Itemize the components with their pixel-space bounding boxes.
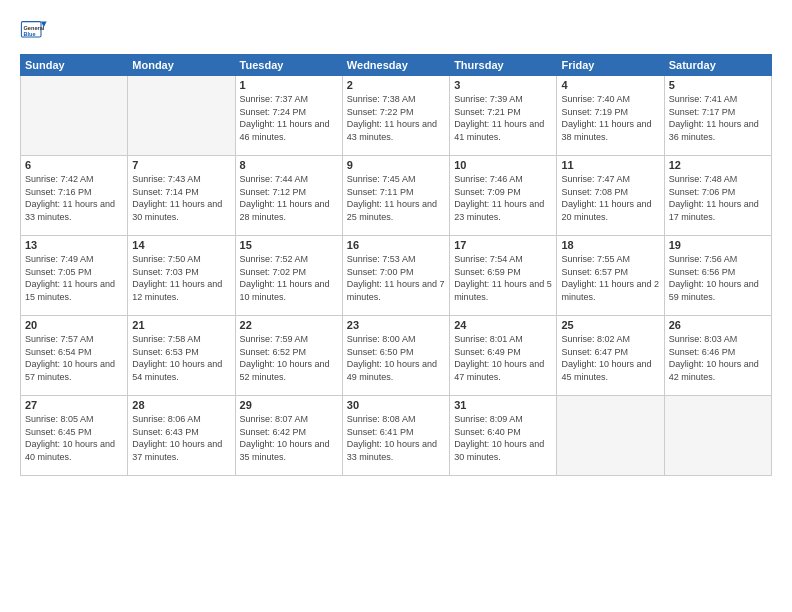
day-number: 21: [132, 319, 230, 331]
day-info: Sunrise: 7:55 AM Sunset: 6:57 PM Dayligh…: [561, 253, 659, 303]
day-info: Sunrise: 7:59 AM Sunset: 6:52 PM Dayligh…: [240, 333, 338, 383]
calendar-cell: 22Sunrise: 7:59 AM Sunset: 6:52 PM Dayli…: [235, 316, 342, 396]
calendar-table: SundayMondayTuesdayWednesdayThursdayFrid…: [20, 54, 772, 476]
day-info: Sunrise: 7:54 AM Sunset: 6:59 PM Dayligh…: [454, 253, 552, 303]
calendar-page: General Blue SundayMondayTuesdayWednesda…: [0, 0, 792, 612]
header-cell-monday: Monday: [128, 55, 235, 76]
day-info: Sunrise: 7:53 AM Sunset: 7:00 PM Dayligh…: [347, 253, 445, 303]
calendar-week-row: 20Sunrise: 7:57 AM Sunset: 6:54 PM Dayli…: [21, 316, 772, 396]
day-number: 1: [240, 79, 338, 91]
header-cell-thursday: Thursday: [450, 55, 557, 76]
calendar-cell: 8Sunrise: 7:44 AM Sunset: 7:12 PM Daylig…: [235, 156, 342, 236]
day-info: Sunrise: 7:45 AM Sunset: 7:11 PM Dayligh…: [347, 173, 445, 223]
calendar-cell: 9Sunrise: 7:45 AM Sunset: 7:11 PM Daylig…: [342, 156, 449, 236]
day-number: 6: [25, 159, 123, 171]
calendar-cell: 3Sunrise: 7:39 AM Sunset: 7:21 PM Daylig…: [450, 76, 557, 156]
day-number: 7: [132, 159, 230, 171]
day-info: Sunrise: 8:05 AM Sunset: 6:45 PM Dayligh…: [25, 413, 123, 463]
day-info: Sunrise: 8:08 AM Sunset: 6:41 PM Dayligh…: [347, 413, 445, 463]
day-info: Sunrise: 8:06 AM Sunset: 6:43 PM Dayligh…: [132, 413, 230, 463]
header-cell-friday: Friday: [557, 55, 664, 76]
calendar-cell: 23Sunrise: 8:00 AM Sunset: 6:50 PM Dayli…: [342, 316, 449, 396]
calendar-cell: 29Sunrise: 8:07 AM Sunset: 6:42 PM Dayli…: [235, 396, 342, 476]
calendar-cell: 30Sunrise: 8:08 AM Sunset: 6:41 PM Dayli…: [342, 396, 449, 476]
calendar-week-row: 1Sunrise: 7:37 AM Sunset: 7:24 PM Daylig…: [21, 76, 772, 156]
day-number: 27: [25, 399, 123, 411]
calendar-cell: 6Sunrise: 7:42 AM Sunset: 7:16 PM Daylig…: [21, 156, 128, 236]
day-number: 2: [347, 79, 445, 91]
calendar-cell: 21Sunrise: 7:58 AM Sunset: 6:53 PM Dayli…: [128, 316, 235, 396]
day-number: 9: [347, 159, 445, 171]
calendar-cell: 26Sunrise: 8:03 AM Sunset: 6:46 PM Dayli…: [664, 316, 771, 396]
day-number: 19: [669, 239, 767, 251]
day-info: Sunrise: 7:42 AM Sunset: 7:16 PM Dayligh…: [25, 173, 123, 223]
logo: General Blue: [20, 16, 48, 44]
calendar-cell: 24Sunrise: 8:01 AM Sunset: 6:49 PM Dayli…: [450, 316, 557, 396]
day-number: 14: [132, 239, 230, 251]
calendar-cell: 10Sunrise: 7:46 AM Sunset: 7:09 PM Dayli…: [450, 156, 557, 236]
calendar-cell: 20Sunrise: 7:57 AM Sunset: 6:54 PM Dayli…: [21, 316, 128, 396]
day-info: Sunrise: 7:38 AM Sunset: 7:22 PM Dayligh…: [347, 93, 445, 143]
day-info: Sunrise: 7:39 AM Sunset: 7:21 PM Dayligh…: [454, 93, 552, 143]
header-cell-saturday: Saturday: [664, 55, 771, 76]
day-info: Sunrise: 8:07 AM Sunset: 6:42 PM Dayligh…: [240, 413, 338, 463]
day-info: Sunrise: 7:57 AM Sunset: 6:54 PM Dayligh…: [25, 333, 123, 383]
day-info: Sunrise: 8:09 AM Sunset: 6:40 PM Dayligh…: [454, 413, 552, 463]
calendar-cell: 15Sunrise: 7:52 AM Sunset: 7:02 PM Dayli…: [235, 236, 342, 316]
day-number: 10: [454, 159, 552, 171]
day-number: 20: [25, 319, 123, 331]
day-number: 23: [347, 319, 445, 331]
day-info: Sunrise: 7:44 AM Sunset: 7:12 PM Dayligh…: [240, 173, 338, 223]
day-number: 5: [669, 79, 767, 91]
calendar-cell: 27Sunrise: 8:05 AM Sunset: 6:45 PM Dayli…: [21, 396, 128, 476]
day-number: 31: [454, 399, 552, 411]
logo-icon: General Blue: [20, 16, 48, 44]
calendar-cell: 11Sunrise: 7:47 AM Sunset: 7:08 PM Dayli…: [557, 156, 664, 236]
day-number: 26: [669, 319, 767, 331]
day-number: 8: [240, 159, 338, 171]
day-number: 17: [454, 239, 552, 251]
day-info: Sunrise: 7:43 AM Sunset: 7:14 PM Dayligh…: [132, 173, 230, 223]
day-info: Sunrise: 7:52 AM Sunset: 7:02 PM Dayligh…: [240, 253, 338, 303]
day-number: 12: [669, 159, 767, 171]
day-number: 3: [454, 79, 552, 91]
day-info: Sunrise: 7:58 AM Sunset: 6:53 PM Dayligh…: [132, 333, 230, 383]
day-info: Sunrise: 7:37 AM Sunset: 7:24 PM Dayligh…: [240, 93, 338, 143]
calendar-cell: 14Sunrise: 7:50 AM Sunset: 7:03 PM Dayli…: [128, 236, 235, 316]
calendar-cell: [21, 76, 128, 156]
calendar-cell: 1Sunrise: 7:37 AM Sunset: 7:24 PM Daylig…: [235, 76, 342, 156]
calendar-week-row: 6Sunrise: 7:42 AM Sunset: 7:16 PM Daylig…: [21, 156, 772, 236]
day-info: Sunrise: 7:56 AM Sunset: 6:56 PM Dayligh…: [669, 253, 767, 303]
calendar-cell: 17Sunrise: 7:54 AM Sunset: 6:59 PM Dayli…: [450, 236, 557, 316]
day-info: Sunrise: 7:40 AM Sunset: 7:19 PM Dayligh…: [561, 93, 659, 143]
day-number: 18: [561, 239, 659, 251]
calendar-cell: 16Sunrise: 7:53 AM Sunset: 7:00 PM Dayli…: [342, 236, 449, 316]
header: General Blue: [20, 16, 772, 44]
day-number: 13: [25, 239, 123, 251]
day-info: Sunrise: 7:46 AM Sunset: 7:09 PM Dayligh…: [454, 173, 552, 223]
calendar-cell: [664, 396, 771, 476]
day-info: Sunrise: 8:03 AM Sunset: 6:46 PM Dayligh…: [669, 333, 767, 383]
header-cell-wednesday: Wednesday: [342, 55, 449, 76]
day-info: Sunrise: 7:49 AM Sunset: 7:05 PM Dayligh…: [25, 253, 123, 303]
calendar-cell: 13Sunrise: 7:49 AM Sunset: 7:05 PM Dayli…: [21, 236, 128, 316]
day-info: Sunrise: 7:47 AM Sunset: 7:08 PM Dayligh…: [561, 173, 659, 223]
calendar-cell: 4Sunrise: 7:40 AM Sunset: 7:19 PM Daylig…: [557, 76, 664, 156]
calendar-cell: 28Sunrise: 8:06 AM Sunset: 6:43 PM Dayli…: [128, 396, 235, 476]
calendar-cell: 18Sunrise: 7:55 AM Sunset: 6:57 PM Dayli…: [557, 236, 664, 316]
day-number: 16: [347, 239, 445, 251]
svg-text:General: General: [24, 25, 45, 31]
calendar-cell: 7Sunrise: 7:43 AM Sunset: 7:14 PM Daylig…: [128, 156, 235, 236]
calendar-week-row: 13Sunrise: 7:49 AM Sunset: 7:05 PM Dayli…: [21, 236, 772, 316]
calendar-cell: 31Sunrise: 8:09 AM Sunset: 6:40 PM Dayli…: [450, 396, 557, 476]
calendar-cell: 2Sunrise: 7:38 AM Sunset: 7:22 PM Daylig…: [342, 76, 449, 156]
day-number: 4: [561, 79, 659, 91]
day-number: 30: [347, 399, 445, 411]
calendar-cell: 12Sunrise: 7:48 AM Sunset: 7:06 PM Dayli…: [664, 156, 771, 236]
calendar-cell: 25Sunrise: 8:02 AM Sunset: 6:47 PM Dayli…: [557, 316, 664, 396]
header-cell-tuesday: Tuesday: [235, 55, 342, 76]
header-cell-sunday: Sunday: [21, 55, 128, 76]
day-info: Sunrise: 7:48 AM Sunset: 7:06 PM Dayligh…: [669, 173, 767, 223]
day-info: Sunrise: 8:01 AM Sunset: 6:49 PM Dayligh…: [454, 333, 552, 383]
day-info: Sunrise: 8:00 AM Sunset: 6:50 PM Dayligh…: [347, 333, 445, 383]
